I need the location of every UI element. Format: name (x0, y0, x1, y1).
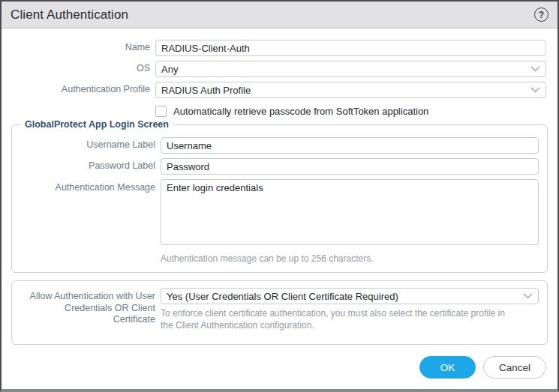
login-screen-groupbox: GlobalProtect App Login Screen Username … (11, 124, 548, 273)
softtoken-checkbox-label: Automatically retrieve passcode from Sof… (173, 106, 428, 117)
auth-message-textarea[interactable]: Enter login credentials (161, 179, 539, 245)
dialog-footer: OK Cancel (2, 356, 557, 389)
username-label-label: Username Label (12, 139, 155, 151)
softtoken-row: Automatically retrieve passcode from Sof… (155, 106, 546, 117)
client-authentication-dialog: Client Authentication ? Name OS Any Auth… (0, 0, 559, 392)
cert-auth-select[interactable]: Yes (User Credentials OR Client Certific… (161, 288, 539, 304)
os-label: OS (2, 63, 150, 75)
cert-auth-groupbox: Allow Authentication with User Credentia… (11, 280, 548, 344)
chevron-down-icon (530, 87, 540, 93)
password-label-input[interactable] (161, 158, 539, 175)
auth-profile-selected-value: RADIUS Auth Profile (161, 85, 530, 96)
login-screen-group-title: GlobalProtect App Login Screen (20, 119, 173, 130)
auth-message-hint-row: Authentication message can be up to 256 … (12, 250, 539, 265)
dialog-title: Client Authentication (11, 7, 128, 22)
auth-message-hint: Authentication message can be up to 256 … (161, 253, 539, 265)
chevron-down-icon (523, 293, 533, 299)
softtoken-checkbox[interactable] (155, 106, 167, 117)
dialog-content: Name OS Any Authentication Profile RADIU… (2, 28, 557, 356)
auth-profile-label: Authentication Profile (2, 84, 150, 96)
auth-message-label: Authentication Message (12, 182, 155, 194)
os-row: OS Any (2, 61, 557, 77)
cancel-button[interactable]: Cancel (483, 356, 546, 379)
auth-message-row: Authentication Message Enter login crede… (12, 179, 539, 245)
cert-auth-row: Allow Authentication with User Credentia… (12, 288, 539, 331)
username-label-row: Username Label (12, 137, 539, 154)
ok-button[interactable]: OK (419, 356, 476, 379)
question-mark-icon: ? (539, 10, 544, 20)
name-row: Name (2, 40, 557, 56)
cert-auth-hint: To enforce client certificate authentica… (161, 307, 513, 331)
name-label: Name (2, 42, 150, 54)
auth-profile-select[interactable]: RADIUS Auth Profile (155, 82, 546, 98)
password-label-label: Password Label (12, 160, 155, 172)
username-label-input[interactable] (161, 137, 539, 154)
name-input[interactable] (155, 40, 546, 56)
password-label-row: Password Label (12, 158, 539, 175)
auth-profile-row: Authentication Profile RADIUS Auth Profi… (2, 82, 557, 98)
help-button[interactable]: ? (534, 7, 548, 22)
dialog-titlebar: Client Authentication ? (2, 1, 557, 28)
chevron-down-icon (530, 66, 540, 72)
cert-auth-selected-value: Yes (User Credentials OR Client Certific… (167, 291, 523, 302)
os-select[interactable]: Any (155, 61, 546, 77)
os-selected-value: Any (161, 64, 530, 75)
cert-auth-label: Allow Authentication with User Credentia… (22, 291, 155, 326)
